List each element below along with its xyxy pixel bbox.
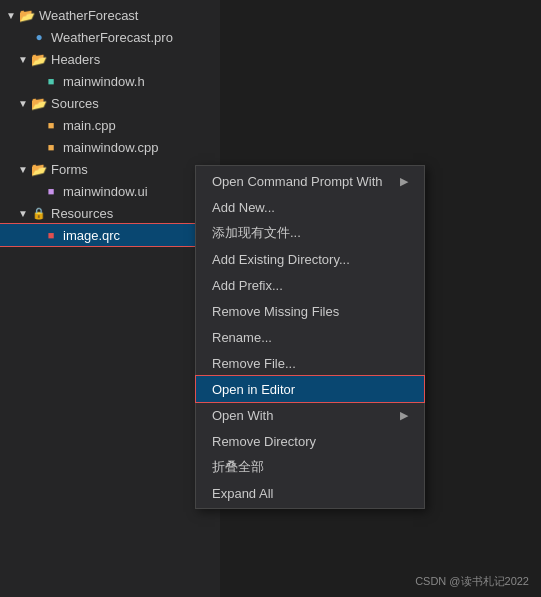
tree-item-pro[interactable]: ● WeatherForecast.pro <box>0 26 220 48</box>
menu-item-remove-missing[interactable]: Remove Missing Files <box>196 298 424 324</box>
file-icon-main_cpp: ■ <box>42 119 60 131</box>
tree-arrow-root: ▼ <box>4 10 18 21</box>
context-menu: Open Command Prompt With ▶ Add New... 添加… <box>195 165 425 509</box>
file-icon-pro: ● <box>30 30 48 44</box>
menu-item-rename[interactable]: Rename... <box>196 324 424 350</box>
tree-arrow-sources: ▼ <box>16 98 30 109</box>
file-icon-headers: 📂 <box>30 52 48 67</box>
menu-item-add-new[interactable]: Add New... <box>196 194 424 220</box>
tree-item-mainwindow_h[interactable]: ■ mainwindow.h <box>0 70 220 92</box>
menu-item-open-with[interactable]: Open With ▶ <box>196 402 424 428</box>
tree-item-main_cpp[interactable]: ■ main.cpp <box>0 114 220 136</box>
tree-label-headers: Headers <box>51 52 100 67</box>
menu-label-add-existing-file: 添加现有文件... <box>212 224 301 242</box>
menu-item-add-existing-file[interactable]: 添加现有文件... <box>196 220 424 246</box>
tree-item-mainwindow_ui[interactable]: ■ mainwindow.ui <box>0 180 220 202</box>
file-icon-forms: 📂 <box>30 162 48 177</box>
tree-arrow-resources: ▼ <box>16 208 30 219</box>
menu-item-add-existing-dir[interactable]: Add Existing Directory... <box>196 246 424 272</box>
tree-label-image_qrc: image.qrc <box>63 228 120 243</box>
menu-label-expand-all: Expand All <box>212 486 273 501</box>
tree-item-forms[interactable]: ▼ 📂 Forms <box>0 158 220 180</box>
menu-label-add-new: Add New... <box>212 200 275 215</box>
menu-label-add-existing-dir: Add Existing Directory... <box>212 252 350 267</box>
tree-label-sources: Sources <box>51 96 99 111</box>
menu-item-open-cmd[interactable]: Open Command Prompt With ▶ <box>196 168 424 194</box>
tree-item-root[interactable]: ▼ 📂 WeatherForecast <box>0 4 220 26</box>
tree-label-main_cpp: main.cpp <box>63 118 116 133</box>
menu-label-open-editor: Open in Editor <box>212 382 295 397</box>
menu-item-remove-dir[interactable]: Remove Directory <box>196 428 424 454</box>
menu-item-remove-file[interactable]: Remove File... <box>196 350 424 376</box>
submenu-arrow-open-with: ▶ <box>400 409 408 422</box>
tree-arrow-headers: ▼ <box>16 54 30 65</box>
file-icon-sources: 📂 <box>30 96 48 111</box>
tree-item-resources[interactable]: ▼ 🔒 Resources <box>0 202 220 224</box>
file-icon-mainwindow_cpp: ■ <box>42 141 60 153</box>
tree-label-root: WeatherForecast <box>39 8 138 23</box>
menu-item-collapse-all[interactable]: 折叠全部 <box>196 454 424 480</box>
file-icon-root: 📂 <box>18 8 36 23</box>
tree-item-mainwindow_cpp[interactable]: ■ mainwindow.cpp <box>0 136 220 158</box>
menu-item-add-prefix[interactable]: Add Prefix... <box>196 272 424 298</box>
tree-label-pro: WeatherForecast.pro <box>51 30 173 45</box>
submenu-arrow-open-cmd: ▶ <box>400 175 408 188</box>
file-icon-mainwindow_ui: ■ <box>42 185 60 197</box>
tree-label-mainwindow_ui: mainwindow.ui <box>63 184 148 199</box>
menu-label-remove-file: Remove File... <box>212 356 296 371</box>
menu-label-open-cmd: Open Command Prompt With <box>212 174 383 189</box>
tree-label-mainwindow_h: mainwindow.h <box>63 74 145 89</box>
tree-arrow-forms: ▼ <box>16 164 30 175</box>
menu-label-remove-dir: Remove Directory <box>212 434 316 449</box>
menu-label-remove-missing: Remove Missing Files <box>212 304 339 319</box>
tree-item-image_qrc[interactable]: ■ image.qrc <box>0 224 220 246</box>
menu-item-open-editor[interactable]: Open in Editor <box>196 376 424 402</box>
menu-label-open-with: Open With <box>212 408 273 423</box>
watermark: CSDN @读书札记2022 <box>415 574 529 589</box>
menu-label-rename: Rename... <box>212 330 272 345</box>
tree-label-forms: Forms <box>51 162 88 177</box>
file-icon-mainwindow_h: ■ <box>42 75 60 87</box>
tree-label-resources: Resources <box>51 206 113 221</box>
tree-item-headers[interactable]: ▼ 📂 Headers <box>0 48 220 70</box>
file-icon-resources: 🔒 <box>30 207 48 220</box>
menu-label-add-prefix: Add Prefix... <box>212 278 283 293</box>
menu-label-collapse-all: 折叠全部 <box>212 458 264 476</box>
menu-item-expand-all[interactable]: Expand All <box>196 480 424 506</box>
file-tree: ▼ 📂 WeatherForecast ● WeatherForecast.pr… <box>0 0 220 597</box>
file-icon-image_qrc: ■ <box>42 229 60 241</box>
tree-item-sources[interactable]: ▼ 📂 Sources <box>0 92 220 114</box>
tree-label-mainwindow_cpp: mainwindow.cpp <box>63 140 158 155</box>
